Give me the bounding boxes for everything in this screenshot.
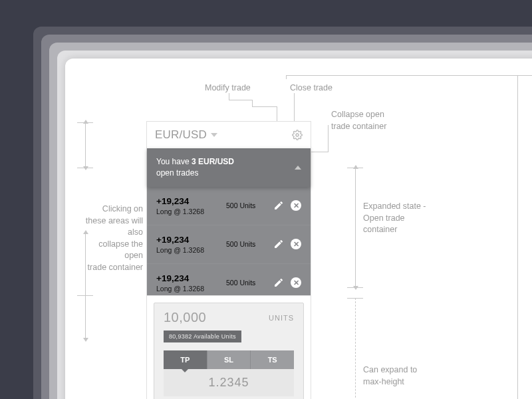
trade-pnl: +19,234 — [156, 235, 219, 245]
gear-icon[interactable] — [292, 130, 303, 140]
trade-pnl: +19,234 — [156, 196, 219, 206]
trade-side: Long @ 1.3268 — [156, 207, 219, 215]
close-icon[interactable]: ✕ — [291, 277, 301, 288]
trade-units: 500 Units — [226, 240, 267, 248]
annotation-modify-trade: Modify trade — [205, 82, 251, 94]
order-tabs: TP SL TS — [164, 350, 294, 369]
trade-side: Long @ 1.3268 — [156, 246, 219, 254]
trade-row: +19,234 Long @ 1.3268 500 Units ✕ — [147, 225, 311, 263]
annotation-collapse-container: Collapse open trade container — [331, 109, 386, 132]
currency-pair-label: EUR/USD — [155, 128, 207, 142]
pencil-icon[interactable] — [273, 200, 284, 211]
pencil-icon[interactable] — [273, 277, 284, 288]
pencil-icon[interactable] — [273, 239, 284, 249]
svg-point-0 — [296, 134, 299, 136]
annotation-close-trade: Close trade — [290, 82, 332, 94]
currency-pair-selector[interactable]: EUR/USD — [155, 128, 217, 142]
order-amount[interactable]: 10,000 — [164, 310, 206, 325]
trade-units: 500 Units — [226, 201, 267, 209]
available-units: 80,9382 Available Units — [164, 331, 241, 342]
trade-units: 500 Units — [226, 279, 267, 287]
open-trades-summary[interactable]: You have 3 EUR/USD open trades — [147, 148, 311, 187]
close-icon[interactable]: ✕ — [291, 200, 301, 211]
tab-sl[interactable]: SL — [207, 350, 251, 369]
trade-side: Long @ 1.3268 — [156, 285, 219, 293]
trade-row: +19,234 Long @ 1.3268 500 Units ✕ — [147, 187, 311, 225]
tab-tp[interactable]: TP — [164, 350, 207, 369]
open-trades-text: You have 3 EUR/USD open trades — [156, 156, 234, 179]
close-icon[interactable]: ✕ — [291, 239, 301, 249]
collapse-icon[interactable] — [295, 166, 301, 170]
chevron-down-icon — [211, 133, 217, 137]
trade-widget: EUR/USD You have 3 EUR/USD open trades +… — [146, 121, 311, 303]
order-price[interactable]: 1.2345 — [164, 369, 294, 396]
trade-pnl: +19,234 — [156, 273, 219, 283]
widget-header[interactable]: EUR/USD — [147, 122, 311, 148]
tab-ts[interactable]: TS — [251, 350, 294, 369]
annotation-expanded-state: Expanded state - Open trade container — [363, 201, 426, 236]
annotation-max-height: Can expand to max-height — [363, 364, 417, 388]
open-trades-list: +19,234 Long @ 1.3268 500 Units ✕ +19,23… — [147, 187, 311, 302]
order-panel: 10,000 UNITS 80,9382 Available Units TP … — [146, 295, 311, 399]
units-label: UNITS — [269, 314, 294, 322]
annotation-click-areas: Clicking on these areas will also collap… — [80, 203, 143, 273]
